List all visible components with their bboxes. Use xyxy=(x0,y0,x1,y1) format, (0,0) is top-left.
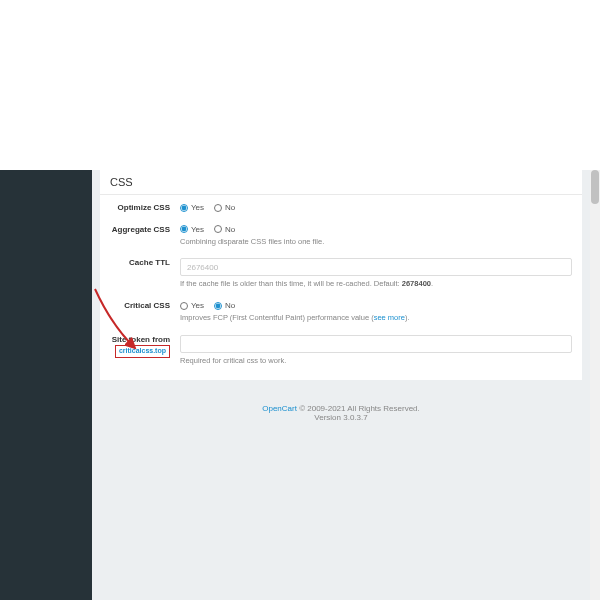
label-critical-css: Critical CSS xyxy=(110,301,180,311)
label-site-token: Site token from criticalcss.top xyxy=(110,335,180,358)
optimize-css-yes-radio[interactable] xyxy=(180,204,188,212)
cache-ttl-input[interactable] xyxy=(180,258,572,276)
site-token-input[interactable] xyxy=(180,335,572,353)
optimize-css-no-radio[interactable] xyxy=(214,204,222,212)
scrollbar[interactable] xyxy=(590,170,600,600)
aggregate-css-hint: Combining disparate CSS files into one f… xyxy=(180,237,572,247)
opencart-link[interactable]: OpenCart xyxy=(262,404,297,413)
row-site-token: Site token from criticalcss.top Required… xyxy=(110,335,572,366)
panel-title: CSS xyxy=(100,170,582,195)
css-panel: CSS Optimize CSS Yes No xyxy=(100,170,582,380)
main-content: CSS Optimize CSS Yes No xyxy=(92,170,590,600)
critical-css-no-radio[interactable] xyxy=(214,302,222,310)
site-token-hint: Required for critical css to work. xyxy=(180,356,572,366)
see-more-link[interactable]: see more xyxy=(374,313,405,322)
scrollbar-thumb[interactable] xyxy=(591,170,599,204)
label-cache-ttl: Cache TTL xyxy=(110,258,180,268)
row-aggregate-css: Aggregate CSS Yes No Comb xyxy=(110,225,572,247)
aggregate-css-no-radio[interactable] xyxy=(214,225,222,233)
row-cache-ttl: Cache TTL If the cache file is older tha… xyxy=(110,258,572,289)
label-optimize-css: Optimize CSS xyxy=(110,203,180,213)
aggregate-css-yes-label: Yes xyxy=(191,225,204,234)
critical-css-hint: Improves FCP (First Contentful Paint) pe… xyxy=(180,313,572,323)
row-critical-css: Critical CSS Yes No xyxy=(110,301,572,323)
critical-css-yes-label: Yes xyxy=(191,301,204,310)
optimize-css-yes-label: Yes xyxy=(191,203,204,212)
critical-css-no-label: No xyxy=(225,301,235,310)
optimize-css-no-label: No xyxy=(225,203,235,212)
cache-ttl-hint: If the cache file is older than this tim… xyxy=(180,279,572,289)
row-optimize-css: Optimize CSS Yes No xyxy=(110,203,572,213)
label-aggregate-css: Aggregate CSS xyxy=(110,225,180,235)
critical-css-yes-radio[interactable] xyxy=(180,302,188,310)
aggregate-css-no-label: No xyxy=(225,225,235,234)
admin-sidebar xyxy=(0,170,92,600)
aggregate-css-yes-radio[interactable] xyxy=(180,225,188,233)
criticalcss-link[interactable]: criticalcss.top xyxy=(115,345,170,357)
footer: OpenCart © 2009-2021 All Rights Reserved… xyxy=(92,390,590,442)
version-text: Version 3.0.3.7 xyxy=(92,413,590,422)
